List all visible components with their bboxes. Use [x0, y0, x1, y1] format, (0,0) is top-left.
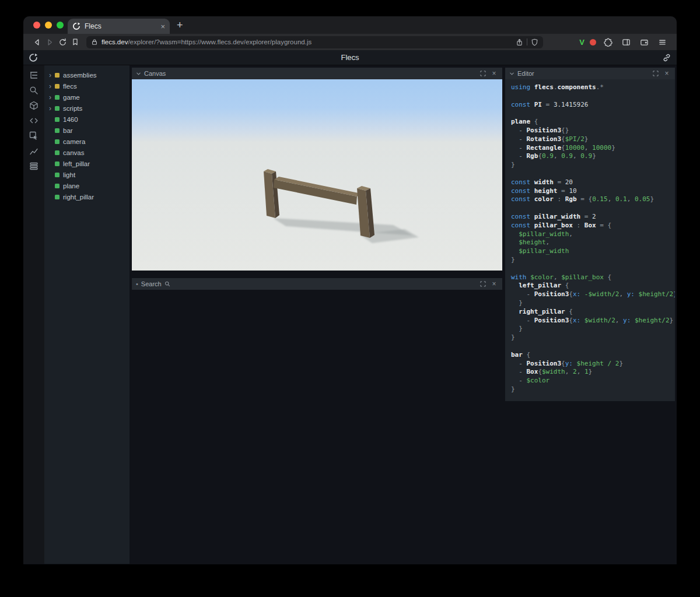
expand-arrow-icon[interactable]: › [49, 94, 55, 100]
tree-item-plane[interactable]: plane [44, 180, 130, 191]
collapse-chevron-icon[interactable] [509, 71, 514, 76]
tree-item-scripts[interactable]: ›scripts [44, 103, 130, 114]
expand-arrow-icon[interactable]: › [49, 72, 55, 78]
code-line: - $color [511, 377, 669, 385]
bookmark-icon[interactable] [69, 36, 82, 48]
url-text: flecs.dev/explorer/?wasm=https://www.fle… [102, 38, 512, 45]
zoom-window-button[interactable] [57, 22, 64, 29]
module-square-icon [55, 84, 60, 89]
canvas-panel: Canvas × [132, 68, 502, 271]
entity-square-icon [55, 161, 60, 166]
tree-item-label: bar [63, 127, 73, 134]
code-icon[interactable] [27, 116, 40, 125]
extension-v-icon[interactable]: V [579, 38, 584, 47]
close-icon[interactable]: × [663, 69, 671, 78]
tree-item-canvas[interactable]: canvas [44, 147, 130, 158]
close-icon[interactable]: × [490, 280, 498, 288]
tree-item-label: left_pillar [63, 160, 90, 167]
panel-title: Editor [517, 70, 534, 77]
sidebar-toggle-icon[interactable] [620, 36, 632, 48]
tree-item-assemblies[interactable]: ›assemblies [44, 69, 130, 80]
expand-arrow-icon[interactable]: › [49, 83, 55, 89]
tab-close-icon[interactable]: × [160, 22, 165, 31]
traffic-lights [23, 22, 64, 34]
tree-item-1460[interactable]: 1460 [44, 114, 130, 125]
code-area[interactable]: using flecs.components.* const PI = 3.14… [505, 79, 675, 401]
tree-item-bar[interactable]: bar [44, 125, 130, 136]
tree-item-camera[interactable]: camera [44, 136, 130, 147]
code-line: } [511, 325, 669, 333]
tree-item-flecs[interactable]: ›flecs [44, 80, 130, 92]
back-button[interactable] [30, 36, 43, 48]
urlbar-divider [527, 38, 527, 45]
code-line: left_pillar { [511, 282, 669, 290]
tree-item-game[interactable]: ›game [44, 92, 130, 103]
tab-strip: Flecs × + [23, 16, 677, 34]
code-line: const pillar_box : Box = { [511, 222, 669, 230]
tree-item-right_pillar[interactable]: right_pillar [44, 191, 130, 202]
expand-arrow-icon[interactable]: › [49, 106, 55, 111]
app-header: Flecs [23, 50, 677, 65]
code-line: $pillar_width [511, 247, 669, 256]
minimize-window-button[interactable] [45, 22, 52, 29]
toolbar-right-icons: V [579, 36, 668, 48]
tree-item-label: canvas [63, 149, 84, 156]
extensions-puzzle-icon[interactable] [601, 36, 614, 48]
fullscreen-icon[interactable] [479, 71, 487, 76]
code-line: right_pillar { [511, 308, 669, 317]
code-line: - Position3{x: $width/2, y: $height/2} [511, 317, 669, 325]
reload-button[interactable] [56, 36, 69, 48]
code-line: - Rotation3{$PI/2} [511, 135, 669, 144]
tree-item-label: light [63, 171, 75, 178]
code-line [511, 265, 669, 273]
page-title: Flecs [23, 53, 677, 62]
code-line: } [511, 256, 669, 265]
new-tab-button[interactable]: + [170, 20, 183, 34]
extension-badge-icon[interactable] [590, 39, 596, 45]
fullscreen-icon[interactable] [652, 71, 660, 76]
tree-item-light[interactable]: light [44, 169, 130, 180]
fullscreen-icon[interactable] [479, 281, 487, 287]
code-line: $height, [511, 238, 669, 247]
code-line [511, 204, 669, 213]
entity-square-icon [55, 184, 60, 188]
brave-shield-icon[interactable] [531, 38, 538, 46]
tree-item-left_pillar[interactable]: left_pillar [44, 158, 130, 169]
entities-cube-icon[interactable] [27, 101, 40, 110]
inspect-icon[interactable] [27, 131, 40, 141]
code-line [511, 170, 669, 178]
close-icon[interactable]: × [490, 69, 498, 78]
code-line: with $color, $pillar_box { [511, 273, 669, 282]
browser-toolbar: flecs.dev/explorer/?wasm=https://www.fle… [23, 34, 677, 50]
tree-item-label: right_pillar [63, 194, 94, 201]
code-line: $pillar_width, [511, 230, 669, 239]
tree-view-icon[interactable] [27, 71, 40, 80]
icon-sidebar [23, 65, 44, 564]
url-domain: flecs.dev [102, 38, 128, 45]
code-line [511, 92, 669, 101]
collapse-chevron-icon[interactable] [136, 71, 141, 76]
code-line: const width = 20 [511, 178, 669, 187]
code-line: const PI = 3.1415926 [511, 101, 669, 110]
3d-scene [132, 79, 502, 271]
browser-tab[interactable]: Flecs × [68, 19, 170, 34]
tables-icon[interactable] [27, 161, 40, 171]
wallet-icon[interactable] [638, 36, 650, 48]
search-icon[interactable] [27, 86, 40, 95]
entity-square-icon [55, 95, 60, 100]
entity-square-icon [55, 128, 60, 133]
menu-hamburger-icon[interactable] [656, 36, 668, 48]
forward-button[interactable] [43, 36, 56, 48]
code-line: - Position3{} [511, 127, 669, 135]
close-window-button[interactable] [33, 22, 40, 29]
code-line: - Box{$width, 2, 1} [511, 368, 669, 377]
share-icon[interactable] [516, 38, 523, 46]
chart-icon[interactable] [27, 146, 40, 156]
editor-panel: Editor × using flecs.components.* const … [505, 68, 675, 401]
collapsed-marker-icon[interactable]: • [136, 280, 138, 287]
address-bar[interactable]: flecs.dev/explorer/?wasm=https://www.fle… [86, 36, 543, 48]
3d-viewport[interactable] [132, 79, 502, 271]
code-line: - Rectangle{10000, 10000} [511, 144, 669, 153]
panel-title: Search [141, 280, 162, 287]
code-line: } [511, 385, 669, 394]
